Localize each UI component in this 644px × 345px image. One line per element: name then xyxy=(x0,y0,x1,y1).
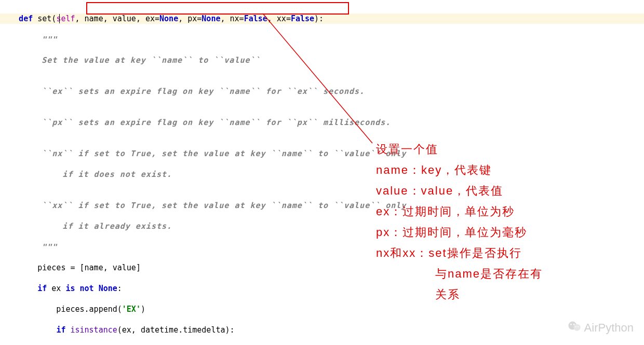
code-line: """ xyxy=(0,34,644,45)
wechat-icon xyxy=(568,320,581,336)
svg-point-6 xyxy=(578,326,579,327)
code-line: ``px`` sets an expire flag on key ``name… xyxy=(0,117,644,128)
annotation-text: nx和xx：set操作是否执行 xyxy=(376,243,522,264)
code-line: pieces.append('EX') xyxy=(0,304,644,314)
annotation-text: ex：过期时间，单位为秒 xyxy=(376,201,515,222)
code-line: ``ex`` sets an expire flag on key ``name… xyxy=(0,86,644,96)
watermark: AirPython xyxy=(568,320,634,336)
annotation-text: 与name是否存在有 xyxy=(435,264,543,284)
code-line-def: def set(self, name, value, ex=None, px=N… xyxy=(0,13,644,24)
annotation-text: value：value，代表值 xyxy=(376,181,503,201)
code-line: if it does not exist. xyxy=(0,169,644,180)
text-caret xyxy=(59,14,60,23)
code-line: Set the value at key ``name`` to ``value… xyxy=(0,55,644,65)
svg-point-5 xyxy=(575,326,576,327)
code-line: ``xx`` if set to True, set the value at … xyxy=(0,200,644,211)
annotation-text: 设置一个值 xyxy=(376,139,438,160)
code-line: if it already exists. xyxy=(0,221,644,231)
code-line: if isinstance(ex, datetime.timedelta): xyxy=(0,325,644,335)
code-line: if ex is not None: xyxy=(0,283,644,294)
svg-point-4 xyxy=(573,324,575,325)
svg-point-3 xyxy=(570,324,572,325)
code-line: pieces = [name, value] xyxy=(0,263,644,273)
code-editor: def set(self, name, value, ex=None, px=N… xyxy=(0,0,644,345)
annotation-text: name：key，代表键 xyxy=(376,160,492,181)
annotation-box-params xyxy=(86,2,349,15)
annotation-text: 关系 xyxy=(435,284,460,305)
annotation-text: px：过期时间，单位为毫秒 xyxy=(376,222,527,243)
code-line: ``nx`` if set to True, set the value at … xyxy=(0,148,644,159)
code-line: """ xyxy=(0,242,644,252)
svg-point-2 xyxy=(573,324,580,331)
watermark-text: AirPython xyxy=(584,321,634,335)
